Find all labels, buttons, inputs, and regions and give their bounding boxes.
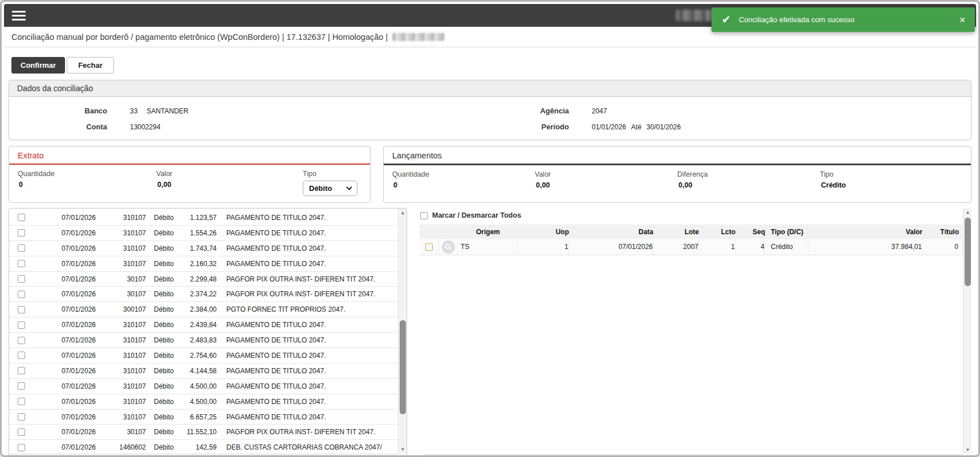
extrato-row-descricao: PAGAMENTO DE TITULO 2047. bbox=[217, 398, 398, 406]
actions-toolbar: Confirmar Fechar bbox=[11, 57, 976, 74]
scroll-up-icon[interactable]: ▲ bbox=[398, 209, 407, 217]
lanc-tipo-label: Tipo bbox=[820, 170, 962, 178]
extrato-row: 07/01/2026 30107 Débito 11.552,10 PAGFOR… bbox=[9, 425, 398, 440]
extrato-row-checkbox[interactable] bbox=[18, 382, 25, 390]
hamburger-menu-icon[interactable] bbox=[12, 11, 26, 21]
extrato-row-checkbox[interactable] bbox=[18, 306, 25, 313]
extrato-row-checkbox[interactable] bbox=[18, 429, 25, 436]
search-icon[interactable] bbox=[442, 240, 455, 254]
extrato-row-code: 300107 bbox=[96, 305, 146, 313]
extrato-row-date: 07/01/2026 bbox=[41, 244, 96, 252]
banco-value: 33SANTANDER bbox=[130, 107, 188, 115]
lanc-quantidade-value: 0 bbox=[392, 181, 535, 189]
scroll-right-icon[interactable]: ► bbox=[389, 454, 398, 457]
extrato-row-checkbox[interactable] bbox=[18, 444, 25, 451]
extrato-row-tipo: Débito bbox=[146, 382, 185, 390]
extrato-row-checkbox[interactable] bbox=[18, 367, 25, 374]
periodo-label: Período bbox=[522, 123, 569, 131]
extrato-row-checkbox[interactable] bbox=[18, 275, 25, 283]
lancamentos-row-checkbox[interactable] bbox=[425, 243, 433, 251]
lancamentos-panel-title: Lançamentos bbox=[384, 146, 971, 165]
lancamentos-header-row: Origem Uop Data Lote Lcto Seq Tipo (D/C)… bbox=[420, 225, 962, 239]
scroll-left-icon[interactable]: ◄ bbox=[9, 454, 18, 457]
extrato-row-checkbox[interactable] bbox=[18, 291, 25, 298]
extrato-row-checkbox[interactable] bbox=[18, 260, 25, 267]
extrato-row-tipo: Débito bbox=[146, 275, 185, 283]
extrato-row-checkbox[interactable] bbox=[18, 321, 25, 329]
lanc-tipo-value: Crédito bbox=[820, 181, 962, 189]
confirm-button[interactable]: Confirmar bbox=[11, 57, 65, 74]
extrato-tipo-select[interactable]: Débito bbox=[303, 181, 357, 196]
agencia-value: 2047 bbox=[592, 107, 607, 115]
extrato-row-checkbox[interactable] bbox=[18, 398, 25, 405]
extrato-row-valor: 4.144,58 bbox=[185, 367, 217, 375]
extrato-row-valor: 2.374,22 bbox=[185, 290, 217, 298]
scroll-right-icon[interactable]: ► bbox=[954, 455, 962, 457]
close-button[interactable]: Fechar bbox=[67, 57, 114, 74]
extrato-panel-title: Extrato bbox=[9, 146, 370, 165]
extrato-row-checkbox[interactable] bbox=[18, 413, 25, 421]
extrato-row: 07/01/2026 310107 Débito 6.657,25 PAGAME… bbox=[9, 410, 398, 425]
extrato-valor-value: 0,00 bbox=[156, 181, 303, 189]
scroll-down-icon[interactable]: ▼ bbox=[963, 446, 972, 454]
col-data: Data bbox=[569, 225, 653, 239]
extrato-row-tipo: Débito bbox=[146, 413, 185, 421]
extrato-row-date: 07/01/2026 bbox=[41, 305, 96, 313]
extrato-row-checkbox[interactable] bbox=[18, 244, 25, 252]
app-window: ✔ Conciliação efetivada com sucesso ✕ Co… bbox=[0, 0, 980, 457]
extrato-row-code: 310107 bbox=[96, 321, 146, 329]
lancamentos-horizontal-scrollbar[interactable]: ◄ ► bbox=[424, 454, 962, 457]
extrato-panel: Extrato Quantidade 0 Valor 0,00 Tipo Déb… bbox=[9, 146, 371, 203]
lanc-row-seq: 4 bbox=[735, 239, 765, 255]
extrato-row-descricao: PAGAMENTO DE TITULO 2047. bbox=[217, 413, 398, 421]
extrato-row-tipo: Débito bbox=[146, 305, 185, 313]
toast-close-icon[interactable]: ✕ bbox=[959, 15, 966, 25]
col-uop: Uop bbox=[518, 225, 569, 239]
extrato-row-checkbox[interactable] bbox=[18, 337, 25, 344]
extrato-row-tipo: Débito bbox=[146, 428, 185, 436]
banco-label: Banco bbox=[9, 107, 107, 115]
scroll-down-icon[interactable]: ▼ bbox=[398, 445, 407, 454]
redacted-user-info bbox=[676, 10, 717, 21]
extrato-tipo-label: Tipo bbox=[303, 170, 357, 178]
extrato-row-date: 07/01/2026 bbox=[41, 229, 96, 237]
scroll-left-icon[interactable]: ◄ bbox=[424, 455, 433, 457]
extrato-row-descricao: DEB. CUSTAS CARTORARIAS COBRANCA 2047/ bbox=[217, 443, 398, 451]
lanc-valor-label: Valor bbox=[535, 170, 677, 178]
extrato-row-valor: 6.657,25 bbox=[185, 413, 217, 421]
extrato-vscroll-thumb[interactable] bbox=[400, 320, 406, 414]
extrato-row: 07/01/2026 310107 Débito 4.500,00 PAGAME… bbox=[9, 394, 398, 410]
extrato-row-descricao: PAGAMENTO DE TITULO 2047. bbox=[217, 244, 398, 252]
lancamentos-vertical-scrollbar[interactable]: ▲ ▼ bbox=[963, 208, 971, 454]
extrato-row: 07/01/2026 310107 Débito 1.743,74 PAGAME… bbox=[9, 241, 398, 256]
extrato-row-checkbox[interactable] bbox=[18, 352, 25, 359]
extrato-row-descricao: PAGFOR PIX OUTRA INST- DIFEREN TIT 2047. bbox=[217, 290, 398, 298]
extrato-row-descricao: PAGFOR PIX OUTRA INST- DIFEREN TIT 2047. bbox=[217, 428, 398, 436]
extrato-row: 07/01/2026 300107 Débito 2.384,00 PGTO F… bbox=[9, 302, 398, 317]
select-all-label: Marcar / Desmarcar Todos bbox=[432, 211, 521, 219]
extrato-vertical-scrollbar[interactable]: ▲ ▼ bbox=[398, 209, 406, 454]
extrato-row-tipo: Débito bbox=[146, 321, 185, 329]
extrato-row-date: 07/01/2026 bbox=[41, 367, 96, 375]
lanc-row-lote: 2007 bbox=[653, 239, 699, 255]
extrato-row-valor: 1.554,26 bbox=[185, 229, 217, 237]
extrato-row-date: 07/01/2026 bbox=[41, 336, 96, 344]
extrato-row-code: 310107 bbox=[96, 398, 146, 406]
extrato-row-valor: 2.439,84 bbox=[185, 321, 217, 329]
extrato-row-checkbox[interactable] bbox=[18, 229, 25, 236]
extrato-row-valor: 11.552,10 bbox=[185, 428, 217, 436]
extrato-row-valor: 4.500,00 bbox=[185, 398, 217, 406]
scroll-up-icon[interactable]: ▲ bbox=[963, 208, 972, 217]
lanc-vscroll-thumb[interactable] bbox=[965, 218, 971, 286]
select-all-row: Marcar / Desmarcar Todos bbox=[420, 208, 962, 225]
extrato-row-date: 07/01/2026 bbox=[41, 352, 96, 360]
extrato-row-tipo: Débito bbox=[146, 214, 185, 222]
extrato-row-checkbox[interactable] bbox=[18, 214, 25, 221]
conciliation-panel-title: Dados da conciliação bbox=[9, 80, 971, 97]
lanc-valor-value: 0,00 bbox=[535, 181, 677, 189]
extrato-row-descricao: PAGFOR PIX OUTRA INST- DIFEREN TIT 2047. bbox=[217, 275, 398, 283]
select-all-checkbox[interactable] bbox=[420, 212, 428, 219]
page-title: Conciliação manual por borderô / pagamen… bbox=[11, 32, 388, 42]
extrato-horizontal-scrollbar[interactable]: ◄ ► bbox=[9, 454, 398, 457]
extrato-row-descricao: PAGAMENTO DE TITULO 2047. bbox=[217, 352, 398, 360]
